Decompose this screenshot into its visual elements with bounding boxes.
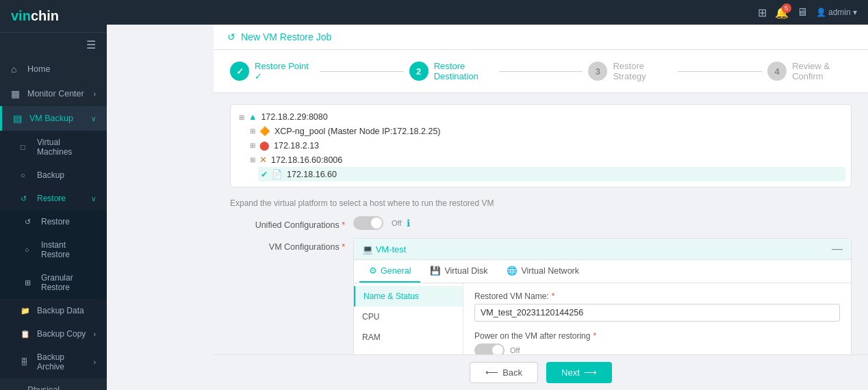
tree-item-2[interactable]: ⊞ ⬤ 172.18.2.13 (247, 138, 845, 153)
tree-item-4[interactable]: ✔ 📄 172.18.16.60 (258, 167, 845, 181)
restore-icon: ↺ (21, 194, 31, 203)
page-header: ↺ New VM Restore Job (214, 25, 868, 50)
next-icon: ⟶ (584, 367, 597, 378)
restored-vm-name-input[interactable] (474, 304, 840, 322)
step-check-icon: ✓ (236, 66, 244, 77)
sidebar-item-backup[interactable]: ○ Backup (0, 164, 107, 187)
sidebar-item-label: Instant Restore (41, 240, 96, 259)
step-label-3: Restore Strategy (613, 61, 672, 81)
sidebar-item-backup-archive[interactable]: 🗄 Backup Archive › (0, 346, 107, 378)
expand-icon[interactable]: ⊞ (250, 127, 255, 135)
platform-icon: ▲ (248, 112, 257, 122)
sidebar-item-instant-restore[interactable]: ○ Instant Restore (0, 233, 107, 266)
sidebar-item-label: Virtual Machines (37, 138, 96, 157)
granular-restore-icon: ⊞ (25, 278, 36, 287)
vm-config-label: VM Configurations * (230, 238, 353, 252)
menu-item-ram[interactable]: RAM (354, 327, 463, 348)
step2-content: ⊞ ▲ 172.18.2.29:8080 ⊞ 🔶 XCP-ng_pool (Ma… (214, 93, 868, 354)
platform-tree[interactable]: ⊞ ▲ 172.18.2.29:8080 ⊞ 🔶 XCP-ng_pool (Ma… (230, 104, 852, 187)
main-content: ↺ New VM Restore Job ✓ Restore Point ✓ 2… (214, 25, 868, 390)
notification-badge: 5 (782, 3, 791, 13)
user-menu[interactable]: 👤 admin ▾ (816, 8, 857, 17)
sidebar-item-physical-backup[interactable]: 💿 Physical Backup › (0, 378, 107, 390)
tab-general[interactable]: ⚙ General (359, 260, 420, 283)
sidebar-item-label: Physical Backup (27, 385, 88, 390)
backup-copy-icon: 📋 (21, 330, 31, 339)
expand-icon[interactable]: ⊞ (250, 142, 255, 149)
vm-file-icon: 📄 (272, 169, 283, 179)
sidebar-toggle[interactable]: ☰ (0, 33, 107, 57)
sidebar-item-vm-backup[interactable]: ▤ VM Backup ∨ (0, 106, 107, 131)
restore-page-icon: ↺ (227, 31, 235, 42)
general-tab-icon: ⚙ (369, 265, 377, 276)
sidebar-item-label: VM Backup (29, 114, 73, 123)
backup-archive-icon: 🗄 (21, 358, 31, 366)
menu-item-cpu[interactable]: CPU (354, 307, 463, 327)
step-connector-1 (320, 71, 404, 72)
vm-panel-header[interactable]: 💻 VM-test — (354, 239, 851, 260)
vm-config-tabs: ⚙ General 💾 Virtual Disk 🌐 Virtual Netwo… (354, 260, 851, 283)
sidebar-item-label: Home (27, 64, 50, 74)
wizard-step-4: 4 Review & Confirm (767, 61, 852, 81)
hamburger-icon[interactable]: ☰ (86, 38, 96, 51)
step-connector-2 (499, 71, 583, 72)
expand-icon[interactable]: ⊞ (239, 114, 244, 121)
backup-data-icon: 📁 (21, 307, 31, 315)
tree-item-1[interactable]: ⊞ 🔶 XCP-ng_pool (Master Node IP:172.18.2… (247, 124, 845, 138)
sidebar-item-virtual-machines[interactable]: □ Virtual Machines (0, 131, 107, 164)
vm-config-row: VM Configurations * 💻 VM-test — (230, 238, 852, 354)
step-label-1: Restore Point ✓ (255, 61, 314, 81)
page-title: New VM Restore Job (241, 31, 331, 42)
sidebar-submenu-vm-backup: □ Virtual Machines ○ Backup ↺ Restore ∨ … (0, 131, 107, 378)
sidebar-item-label: Backup Archive (37, 352, 88, 372)
logo-text: vinchin (11, 8, 59, 23)
collapse-icon[interactable]: — (832, 243, 843, 255)
monitor-icon: ▦ (11, 88, 22, 99)
network-tab-icon: 🌐 (507, 265, 518, 276)
tree-item-3[interactable]: ⊞ ✕ 172.18.16.60:8006 (247, 153, 845, 167)
sidebar-item-backup-copy[interactable]: 📋 Backup Copy › (0, 322, 107, 346)
chevron-icon: › (94, 359, 96, 366)
sidebar-item-label: Restore (41, 217, 70, 226)
next-button[interactable]: Next ⟶ (546, 362, 612, 383)
expand-icon[interactable]: ⊞ (250, 156, 255, 164)
home-icon: ⌂ (11, 64, 22, 75)
sidebar-item-granular-restore[interactable]: ⊞ Granular Restore (0, 266, 107, 299)
sidebar: vinchin ☰ ⌂ Home ▦ Monitor Center › ▤ VM… (0, 0, 107, 390)
tree-hint: Expand the virtual platform to select a … (230, 198, 852, 208)
sidebar-item-restore-sub[interactable]: ↺ Restore (0, 210, 107, 233)
sidebar-item-home[interactable]: ⌂ Home (0, 57, 107, 81)
notification-bell[interactable]: 🔔 5 (775, 6, 789, 19)
sidebar-item-monitor[interactable]: ▦ Monitor Center › (0, 81, 107, 106)
power-on-knob (492, 345, 503, 354)
sidebar-item-backup-data[interactable]: 📁 Backup Data (0, 299, 107, 322)
monitor-icon[interactable]: 🖥 (797, 6, 808, 18)
back-icon: ⟵ (485, 367, 498, 378)
vm-panel-title: 💻 VM-test (362, 244, 406, 255)
general-tab-content: Name & Status CPU RAM (354, 283, 851, 354)
tree-item-0[interactable]: ⊞ ▲ 172.18.2.29:8080 (236, 110, 845, 124)
wizard-steps: ✓ Restore Point ✓ 2 Restore Destination … (214, 50, 868, 93)
top-header: ⊞ 🔔 5 🖥 👤 admin ▾ (107, 0, 868, 25)
info-icon[interactable]: ℹ (407, 218, 410, 229)
step-label-4: Review & Confirm (792, 61, 852, 81)
general-right-panel: Restored VM Name: * Power on the VM afte… (463, 283, 851, 354)
step-circle-2: 2 (409, 62, 429, 81)
tab-virtual-disk[interactable]: 💾 Virtual Disk (420, 260, 497, 283)
sidebar-item-restore[interactable]: ↺ Restore ∨ (0, 187, 107, 210)
unified-config-toggle[interactable] (353, 216, 383, 230)
back-button[interactable]: ⟵ Back (470, 362, 538, 383)
wizard-step-3: 3 Restore Strategy (588, 61, 672, 81)
menu-item-name-status[interactable]: Name & Status (354, 286, 463, 307)
vm-backup-icon: ▤ (13, 113, 24, 124)
vm-icon: □ (21, 143, 31, 151)
toggle-knob (371, 218, 382, 229)
sidebar-item-label: Backup Data (37, 306, 84, 315)
tab-virtual-network[interactable]: 🌐 Virtual Network (497, 260, 589, 283)
chevron-down-icon: ∨ (91, 115, 96, 122)
wizard-footer: ⟵ Back Next ⟶ (214, 354, 868, 390)
grid-icon[interactable]: ⊞ (758, 6, 767, 19)
step-circle-4: 4 (767, 62, 787, 81)
sidebar-item-label: Restore (37, 194, 66, 203)
power-on-toggle[interactable] (474, 343, 505, 354)
